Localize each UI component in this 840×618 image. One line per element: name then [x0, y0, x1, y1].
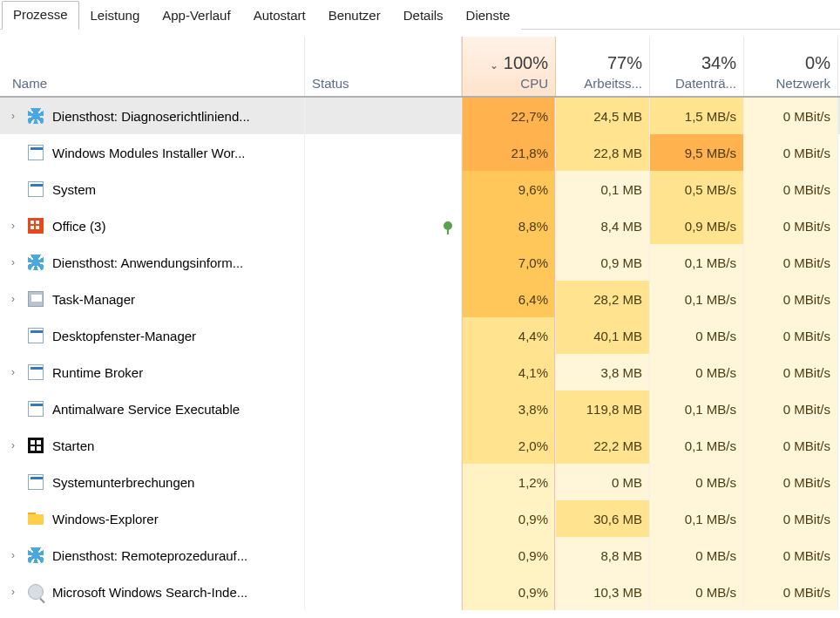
name-cell[interactable]: ›Desktopfenster-Manager	[0, 317, 305, 354]
process-row[interactable]: ›Windows Modules Installer Wor...21,8%22…	[0, 134, 840, 171]
tab-leistung[interactable]: Leistung	[79, 2, 152, 30]
mem-cell: 10,3 MB	[556, 574, 650, 610]
col-header-status-label: Status	[312, 76, 349, 91]
status-cell	[305, 427, 462, 464]
expand-icon[interactable]: ›	[3, 256, 23, 268]
process-name: Diensthost: Diagnoserichtliniend...	[52, 109, 250, 124]
status-cell	[305, 464, 462, 500]
disk-cell: 0,9 MB/s	[650, 207, 744, 244]
col-header-net[interactable]: 0% Netzwerk	[744, 37, 838, 96]
expand-icon[interactable]: ›	[3, 220, 23, 232]
process-row[interactable]: ›Diensthost: Diagnoserichtliniend...22,7…	[0, 98, 840, 134]
mem-cell: 3,8 MB	[556, 354, 650, 390]
cpu-cell: 2,0%	[462, 427, 556, 464]
process-row[interactable]: ›Task-Manager6,4%28,2 MB0,1 MB/s0 MBit/s	[0, 281, 840, 317]
name-cell[interactable]: ›Runtime Broker	[0, 354, 305, 390]
tab-dienste[interactable]: Dienste	[455, 2, 522, 30]
mem-cell: 0,1 MB	[556, 171, 650, 207]
tab-autostart[interactable]: Autostart	[242, 2, 317, 30]
name-cell[interactable]: ›System	[0, 171, 305, 207]
leaf-icon	[444, 221, 452, 230]
disk-cell: 9,5 MB/s	[650, 134, 744, 171]
process-row[interactable]: ›Systemunterbrechungen1,2%0 MB0 MB/s0 MB…	[0, 464, 840, 500]
mem-cell: 30,6 MB	[556, 500, 650, 537]
process-row[interactable]: ›Windows-Explorer0,9%30,6 MB0,1 MB/s0 MB…	[0, 500, 840, 537]
cpu-cell: 4,1%	[462, 354, 556, 390]
col-header-disk[interactable]: 34% Datenträ...	[650, 37, 744, 96]
app-icon	[28, 328, 44, 343]
name-cell[interactable]: ›Diensthost: Remoteprozedurauf...	[0, 537, 305, 574]
process-row[interactable]: ›Antimalware Service Executable3,8%119,8…	[0, 390, 840, 427]
name-cell[interactable]: ›Microsoft Windows Search-Inde...	[0, 574, 305, 610]
status-cell	[305, 317, 462, 354]
app-icon	[28, 401, 44, 417]
net-cell: 0 MBit/s	[744, 574, 838, 610]
status-cell	[305, 390, 462, 427]
process-row[interactable]: ›System9,6%0,1 MB0,5 MB/s0 MBit/s	[0, 171, 840, 207]
process-row[interactable]: ›Runtime Broker4,1%3,8 MB0 MB/s0 MBit/s	[0, 354, 840, 390]
name-cell[interactable]: ›Systemunterbrechungen	[0, 464, 305, 500]
expand-icon[interactable]: ›	[3, 549, 23, 561]
expand-icon[interactable]: ›	[3, 293, 23, 305]
disk-cell: 0 MB/s	[650, 354, 744, 390]
process-row[interactable]: ›Starten2,0%22,2 MB0,1 MB/s0 MBit/s	[0, 427, 840, 464]
taskmgr-icon	[28, 291, 44, 307]
col-header-cpu[interactable]: ⌄100% CPU	[462, 37, 556, 96]
mem-cell: 8,4 MB	[556, 207, 650, 244]
cpu-cell: 0,9%	[462, 574, 556, 610]
name-cell[interactable]: ›Antimalware Service Executable	[0, 390, 305, 427]
disk-cell: 0,5 MB/s	[650, 171, 744, 207]
process-name: Starten	[52, 438, 94, 453]
col-header-status[interactable]: Status	[305, 37, 462, 96]
col-header-name[interactable]: Name	[0, 37, 305, 96]
name-cell[interactable]: ›Windows-Explorer	[0, 500, 305, 537]
name-cell[interactable]: ›Diensthost: Diagnoserichtliniend...	[0, 98, 305, 134]
name-cell[interactable]: ›Windows Modules Installer Wor...	[0, 134, 305, 171]
net-cell: 0 MBit/s	[744, 427, 838, 464]
cpu-cell: 8,8%	[462, 207, 556, 244]
process-row[interactable]: ›Microsoft Windows Search-Inde...0,9%10,…	[0, 574, 840, 610]
disk-cell: 0,1 MB/s	[650, 390, 744, 427]
mem-cell: 0 MB	[556, 464, 650, 500]
tab-benutzer[interactable]: Benutzer	[317, 2, 392, 30]
disk-cell: 1,5 MB/s	[650, 98, 744, 134]
mem-cell: 8,8 MB	[556, 537, 650, 574]
app-icon	[28, 181, 44, 197]
cpu-cell: 0,9%	[462, 500, 556, 537]
process-name: Desktopfenster-Manager	[52, 329, 196, 343]
status-cell	[305, 98, 462, 134]
process-name: Office (3)	[52, 219, 105, 234]
name-cell[interactable]: ›Task-Manager	[0, 281, 305, 317]
process-row[interactable]: ›Diensthost: Remoteprozedurauf...0,9%8,8…	[0, 537, 840, 574]
mem-cell: 40,1 MB	[556, 317, 650, 354]
col-header-mem[interactable]: 77% Arbeitss...	[556, 37, 650, 96]
office-icon	[28, 218, 44, 234]
expand-icon[interactable]: ›	[3, 586, 23, 598]
name-cell[interactable]: ›Office (3)	[0, 207, 305, 244]
process-row[interactable]: ›Diensthost: Anwendungsinform...7,0%0,9 …	[0, 244, 840, 281]
process-row[interactable]: ›Office (3)8,8%8,4 MB0,9 MB/s0 MBit/s	[0, 207, 840, 244]
sort-indicator-icon: ⌄	[490, 59, 498, 71]
mem-cell: 119,8 MB	[556, 390, 650, 427]
app-icon	[28, 364, 44, 380]
tab-app-verlauf[interactable]: App-Verlauf	[151, 2, 241, 30]
tab-prozesse[interactable]: Prozesse	[2, 1, 79, 30]
disk-cell: 0,1 MB/s	[650, 281, 744, 317]
net-cell: 0 MBit/s	[744, 354, 838, 390]
expand-icon[interactable]: ›	[3, 110, 23, 122]
name-cell[interactable]: ›Starten	[0, 427, 305, 464]
col-header-name-label: Name	[12, 76, 47, 91]
start-icon	[28, 438, 44, 453]
net-cell: 0 MBit/s	[744, 244, 838, 281]
process-row[interactable]: ›Desktopfenster-Manager4,4%40,1 MB0 MB/s…	[0, 317, 840, 354]
mem-label: Arbeitss...	[584, 76, 642, 91]
expand-icon[interactable]: ›	[3, 439, 23, 452]
status-cell	[305, 281, 462, 317]
gear-icon	[28, 108, 44, 124]
mem-cell: 28,2 MB	[556, 281, 650, 317]
name-cell[interactable]: ›Diensthost: Anwendungsinform...	[0, 244, 305, 281]
disk-cell: 0 MB/s	[650, 537, 744, 574]
tab-details[interactable]: Details	[392, 2, 455, 30]
process-list: ›Diensthost: Diagnoserichtliniend...22,7…	[0, 98, 840, 610]
expand-icon[interactable]: ›	[3, 366, 23, 378]
